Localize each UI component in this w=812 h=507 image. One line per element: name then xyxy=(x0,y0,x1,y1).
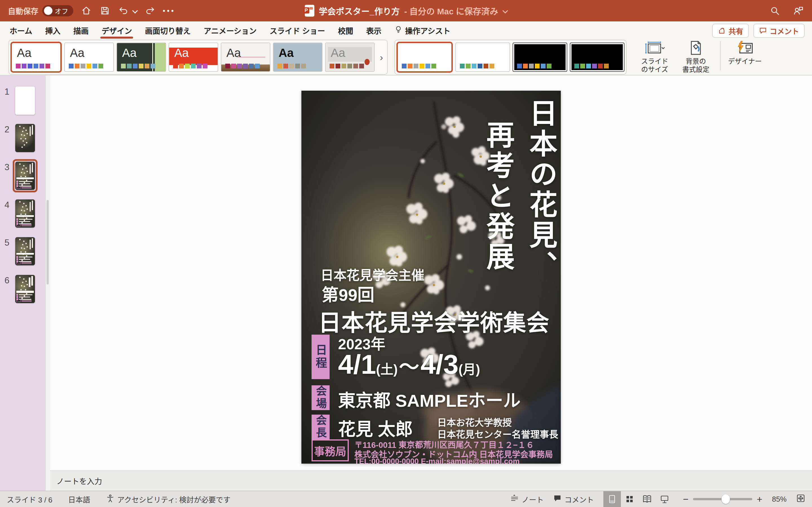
theme-card-office[interactable]: Aa xyxy=(64,43,114,72)
notes-pane[interactable]: ノートを入力 xyxy=(50,470,812,491)
variant-card-2[interactable] xyxy=(455,43,510,72)
slide-counter: スライド 3 / 6 xyxy=(7,494,52,504)
poster-date-start-day: (土) xyxy=(376,362,398,377)
variant-card-3[interactable] xyxy=(513,43,567,72)
fit-to-window-icon[interactable] xyxy=(796,494,805,505)
theme-card-current[interactable]: Aa xyxy=(10,42,62,73)
slide-size-icon xyxy=(644,41,665,55)
zoom-control: − + xyxy=(683,494,762,504)
slide-number: 3 xyxy=(0,162,14,190)
title-chevron-icon[interactable] xyxy=(502,8,508,13)
comments-label: コメント xyxy=(770,25,799,36)
more-commands-icon[interactable] xyxy=(163,10,173,12)
theme-swatches xyxy=(173,64,218,68)
poster-slide[interactable]: 日本の花見、 再考と発展 日本花見学会主催 第99回 日本花見学会学術集会 日程… xyxy=(301,91,561,464)
variant-card-4[interactable] xyxy=(570,43,624,72)
tab-animations[interactable]: アニメーション xyxy=(204,21,257,40)
autosave-control[interactable]: 自動保存 オフ xyxy=(8,5,73,16)
slide-thumbnail-3-selected[interactable] xyxy=(15,162,35,190)
comments-toggle[interactable]: コメント xyxy=(553,494,594,504)
slideshow-view-button[interactable] xyxy=(656,491,673,507)
designer-button[interactable]: デザイナー xyxy=(728,41,762,66)
redo-icon[interactable] xyxy=(144,5,156,16)
powerpoint-file-icon xyxy=(305,5,314,17)
account-icon[interactable] xyxy=(793,5,804,16)
poster-office-label: 事務局 xyxy=(312,439,349,461)
share-icon xyxy=(718,27,726,35)
poster-venue-label: 会場 xyxy=(312,385,329,410)
slide-row-5[interactable]: 5 xyxy=(0,237,45,266)
slide-thumbnail-6[interactable] xyxy=(15,275,35,303)
slide-size-button[interactable]: スライドのサイズ xyxy=(638,41,672,74)
slide-row-1[interactable]: 1 xyxy=(0,86,45,115)
zoom-out-button[interactable]: − xyxy=(683,494,689,504)
document-title[interactable]: 学会ポスター_作り方 xyxy=(319,4,400,17)
variant-swatches xyxy=(402,64,451,68)
tab-insert[interactable]: 挿入 xyxy=(45,21,60,40)
tab-draw[interactable]: 描画 xyxy=(73,21,89,40)
slide-row-4[interactable]: 4 xyxy=(0,200,45,228)
autosave-toggle[interactable]: オフ xyxy=(42,5,73,16)
designer-label: デザイナー xyxy=(728,57,762,66)
normal-view-button[interactable] xyxy=(603,491,621,507)
slide-row-3[interactable]: 3 xyxy=(0,162,45,190)
lightbulb-icon xyxy=(395,25,402,36)
home-icon[interactable] xyxy=(81,5,92,16)
format-background-label-1: 背景の xyxy=(686,57,706,65)
autosave-label: 自動保存 xyxy=(8,5,38,16)
save-icon[interactable] xyxy=(99,5,110,16)
undo-chevron-icon[interactable] xyxy=(132,8,138,13)
slide-thumbnail-1[interactable] xyxy=(15,86,35,115)
poster-president-name: 花見 太郎 xyxy=(338,415,413,441)
variant-card-1[interactable] xyxy=(396,42,453,73)
panel-scrollbar[interactable] xyxy=(45,75,50,491)
tab-review[interactable]: 校閲 xyxy=(338,21,353,40)
notes-placeholder[interactable]: ノートを入力 xyxy=(56,475,102,487)
format-background-label-2: 書式設定 xyxy=(682,66,709,73)
slide-size-label-2: のサイズ xyxy=(641,66,668,73)
poster-office-email[interactable]: E-mail:sample@sampl.com xyxy=(421,457,520,464)
zoom-percentage[interactable]: 85% xyxy=(772,495,786,504)
notes-toggle[interactable]: ノート xyxy=(510,494,544,504)
slide-thumbnail-5[interactable] xyxy=(15,237,35,265)
theme-card-dark-green[interactable]: Aa xyxy=(116,43,166,72)
tab-slideshow[interactable]: スライド ショー xyxy=(269,21,325,40)
tab-design[interactable]: デザイン xyxy=(101,21,132,40)
slide-thumbnail-2[interactable] xyxy=(15,124,35,152)
comments-toggle-label: コメント xyxy=(564,494,594,504)
poster-president-title-1: 日本お花大学教授 xyxy=(437,415,512,429)
tab-home[interactable]: ホーム xyxy=(10,21,32,40)
themes-scroll-arrow[interactable]: › xyxy=(377,43,386,71)
undo-icon[interactable] xyxy=(118,5,129,16)
slide-row-6[interactable]: 6 xyxy=(0,275,45,304)
theme-card-paper[interactable]: Aa xyxy=(325,43,375,72)
slide-row-2[interactable]: 2 xyxy=(0,124,45,153)
search-icon[interactable] xyxy=(769,5,780,16)
zoom-slider-thumb[interactable] xyxy=(721,494,730,504)
tab-tell-me[interactable]: 操作アシスト xyxy=(395,21,451,40)
slide-canvas[interactable]: 日本の花見、 再考と発展 日本花見学会主催 第99回 日本花見学会学術集会 日程… xyxy=(50,75,812,470)
language-indicator[interactable]: 日本語 xyxy=(68,494,90,504)
format-background-button[interactable]: 背景の書式設定 xyxy=(679,41,713,74)
tab-transitions[interactable]: 画面切り替え xyxy=(145,21,191,40)
accessibility-status[interactable]: アクセシビリティ: 検討が必要です xyxy=(106,494,231,504)
poster-date-start: 4/1 xyxy=(338,349,376,380)
tab-view[interactable]: 表示 xyxy=(366,21,382,40)
theme-card-blue-gray[interactable]: Aa xyxy=(273,43,322,72)
zoom-slider[interactable] xyxy=(693,498,752,500)
title-bar: 自動保存 オフ 学会ポスター_作り方 xyxy=(0,0,812,21)
theme-card-gallery-wall[interactable]: Aa xyxy=(221,43,270,72)
reading-view-button[interactable] xyxy=(638,491,656,507)
share-button[interactable]: 共有 xyxy=(712,24,749,38)
slide-sorter-view-button[interactable] xyxy=(621,491,638,507)
designer-icon xyxy=(736,41,754,55)
slide-thumbnail-4[interactable] xyxy=(15,200,35,228)
poster-venue: 東京都 SAMPLEホール xyxy=(338,386,521,412)
toggle-knob xyxy=(44,6,52,15)
share-label: 共有 xyxy=(728,25,743,36)
theme-sample-text: Aa xyxy=(174,47,218,59)
poster-dates: 4/1(土) ～ 4/3(月) xyxy=(338,349,480,380)
zoom-in-button[interactable]: + xyxy=(757,494,762,504)
theme-card-red[interactable]: Aa xyxy=(168,43,218,72)
comments-button[interactable]: コメント xyxy=(753,24,805,38)
